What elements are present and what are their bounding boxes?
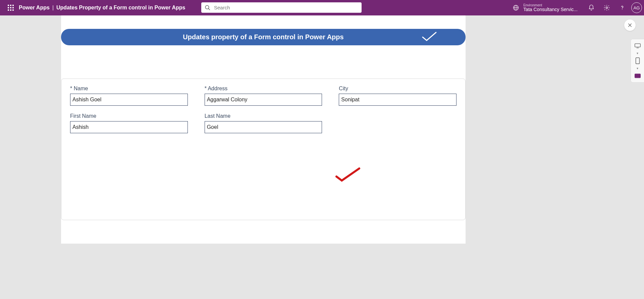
device-desktop-button[interactable]	[634, 43, 641, 49]
svg-rect-11	[636, 58, 639, 64]
svg-point-5	[606, 7, 608, 9]
input-firstname[interactable]	[70, 121, 188, 133]
banner-title: Updates property of a Form control in Po…	[183, 33, 343, 41]
gear-icon	[603, 4, 610, 11]
field-lastname: Last Name	[205, 113, 322, 133]
input-lastname[interactable]	[205, 121, 322, 133]
input-address[interactable]	[205, 94, 322, 106]
app-canvas: Updates property of a Form control in Po…	[61, 15, 466, 244]
close-icon	[627, 22, 633, 28]
svg-line-1	[208, 8, 210, 10]
search-input[interactable]	[214, 2, 358, 13]
input-name[interactable]	[70, 94, 188, 106]
field-label-name: * Name	[70, 86, 188, 92]
search-box[interactable]	[201, 2, 362, 13]
svg-rect-9	[635, 44, 640, 47]
search-icon	[205, 5, 211, 11]
user-avatar[interactable]: AG	[631, 2, 642, 13]
environment-label: Environment	[523, 3, 578, 7]
chevron-down-icon[interactable]: ▾	[637, 66, 638, 70]
header-title: Power Apps | Updates Property of a Form …	[19, 5, 185, 11]
canvas-stage: ▾ ▾ Updates property of a Form control i…	[0, 15, 644, 299]
title-separator: |	[52, 5, 54, 11]
form-card: * Name * Address City First Name Last Na…	[61, 79, 466, 220]
close-preview-button[interactable]	[624, 19, 636, 31]
input-city[interactable]	[339, 94, 457, 106]
page-name: Updates Property of a Form control in Po…	[56, 5, 185, 11]
globe-icon	[512, 4, 520, 12]
check-icon	[420, 31, 439, 42]
app-name[interactable]: Power Apps	[19, 5, 50, 11]
tablet-icon	[634, 73, 641, 79]
submit-button[interactable]	[420, 31, 439, 43]
bell-icon	[588, 4, 595, 11]
field-firstname: First Name	[70, 113, 188, 133]
help-icon	[619, 4, 626, 11]
field-name: * Name	[70, 86, 188, 106]
environment-name: Tata Consultancy Servic...	[523, 7, 578, 12]
environment-text: Environment Tata Consultancy Servic...	[523, 3, 578, 12]
field-label-lastname: Last Name	[205, 113, 322, 119]
header-right: Environment Tata Consultancy Servic... A…	[512, 0, 642, 15]
field-label-firstname: First Name	[70, 113, 188, 119]
field-city: City	[339, 86, 457, 106]
svg-rect-12	[635, 74, 640, 78]
settings-button[interactable]	[599, 0, 614, 15]
desktop-icon	[634, 43, 641, 48]
app-launcher-button[interactable]	[3, 0, 19, 15]
waffle-icon	[8, 5, 14, 11]
notifications-button[interactable]	[584, 0, 599, 15]
search-container	[201, 2, 362, 13]
banner: Updates property of a Form control in Po…	[61, 29, 466, 45]
device-preview-panel: ▾ ▾	[631, 39, 644, 83]
help-button[interactable]	[614, 0, 630, 15]
phone-icon	[635, 57, 640, 64]
device-tablet-button[interactable]	[634, 73, 641, 79]
svg-point-0	[205, 5, 209, 9]
field-label-city: City	[339, 86, 457, 92]
app-header: Power Apps | Updates Property of a Form …	[0, 0, 644, 15]
avatar-initials: AG	[634, 5, 640, 10]
device-phone-button[interactable]	[634, 58, 641, 64]
field-address: * Address	[205, 86, 322, 106]
environment-picker[interactable]: Environment Tata Consultancy Servic...	[512, 3, 578, 12]
chevron-down-icon[interactable]: ▾	[637, 51, 638, 55]
field-label-address: * Address	[205, 86, 322, 92]
svg-point-6	[622, 9, 623, 10]
